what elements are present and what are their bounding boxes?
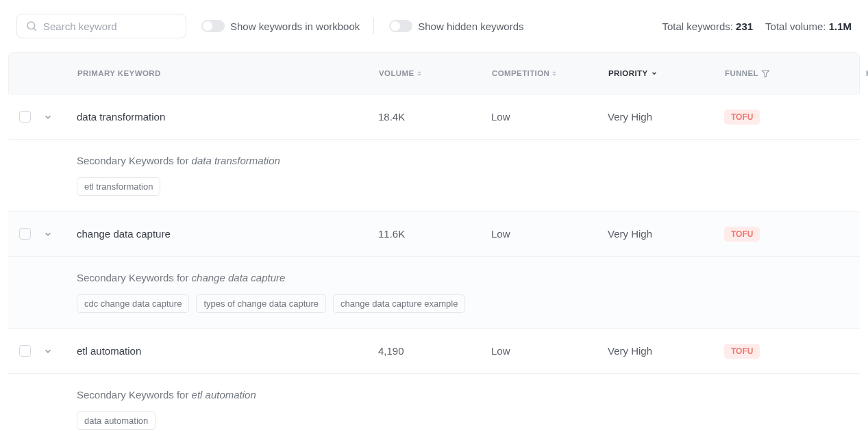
keyword-chip[interactable]: change data capture example [333, 294, 465, 313]
secondary-keywords: Secondary Keywords for data transformati… [8, 140, 860, 212]
column-funnel[interactable]: FUNNEL [725, 69, 845, 78]
total-volume-value: 1.1M [829, 21, 852, 32]
funnel-badge: TOFU [724, 227, 760, 242]
column-priority[interactable]: PRIORITY [608, 69, 725, 77]
competition-cell: Low [491, 228, 608, 240]
sort-icon [417, 71, 421, 76]
total-keywords-label: Total keywords: [662, 21, 733, 32]
hide-button[interactable] [844, 345, 868, 357]
sort-desc-icon [651, 70, 658, 77]
column-competition[interactable]: COMPETITION [492, 69, 608, 77]
secondary-title: Secondary Keywords for data transformati… [77, 155, 860, 166]
secondary-title: Secondary Keywords for etl automation [77, 389, 860, 401]
table-header: PRIMARY KEYWORD VOLUME COMPETITION PRIOR… [8, 52, 860, 94]
hide-button[interactable] [844, 111, 868, 123]
keyword-chip[interactable]: types of change data capture [196, 294, 326, 313]
row-checkbox[interactable] [19, 228, 31, 240]
keyword-chip[interactable]: data automation [77, 411, 156, 430]
total-keywords-value: 231 [736, 21, 753, 32]
keyword-cell: etl automation [77, 345, 378, 357]
expand-icon[interactable] [42, 112, 53, 123]
hidden-toggle-label: Show hidden keywords [418, 21, 523, 32]
volume-cell: 18.4K [378, 111, 491, 123]
priority-cell: Very High [608, 228, 724, 240]
divider [373, 18, 374, 34]
column-primary[interactable]: PRIMARY KEYWORD [77, 69, 379, 77]
svg-marker-2 [762, 71, 769, 77]
priority-cell: Very High [608, 345, 724, 357]
search-input-wrap[interactable] [16, 14, 186, 38]
keyword-chip[interactable]: etl transformation [77, 177, 160, 196]
column-volume[interactable]: VOLUME [379, 69, 492, 77]
total-volume-label: Total volume: [765, 21, 826, 32]
row-checkbox[interactable] [19, 345, 31, 357]
keyword-chip[interactable]: cdc change data capture [77, 294, 189, 313]
stats: Total keywords: 231 Total volume: 1.1M [662, 21, 852, 32]
workbook-toggle-label: Show keywords in workbook [230, 21, 360, 32]
funnel-badge: TOFU [724, 344, 760, 359]
table-row: data transformation18.4KLowVery HighTOFU [8, 94, 860, 140]
hidden-toggle[interactable] [389, 20, 412, 32]
expand-icon[interactable] [42, 346, 53, 357]
competition-cell: Low [491, 345, 608, 357]
funnel-badge: TOFU [724, 110, 760, 125]
keyword-cell: data transformation [77, 111, 378, 123]
toolbar: Show keywords in workbook Show hidden ke… [8, 14, 860, 52]
table-row: change data capture11.6KLowVery HighTOFU [8, 212, 860, 257]
volume-cell: 11.6K [378, 228, 491, 240]
expand-icon[interactable] [42, 229, 53, 240]
column-hide: HIDE [845, 69, 868, 77]
keyword-cell: change data capture [77, 228, 378, 240]
svg-line-1 [34, 28, 36, 30]
volume-cell: 4,190 [378, 345, 491, 357]
svg-point-0 [27, 22, 35, 29]
search-icon [25, 20, 38, 32]
row-checkbox[interactable] [19, 111, 31, 123]
table-row: etl automation4,190LowVery HighTOFU [8, 329, 860, 374]
secondary-title: Secondary Keywords for change data captu… [77, 272, 860, 283]
secondary-keywords: Secondary Keywords for etl automationdat… [8, 374, 860, 432]
filter-icon [761, 69, 770, 78]
secondary-keywords: Secondary Keywords for change data captu… [8, 257, 860, 329]
sort-icon [552, 71, 556, 76]
competition-cell: Low [491, 111, 608, 123]
workbook-toggle[interactable] [201, 20, 225, 32]
priority-cell: Very High [608, 111, 724, 123]
hide-button[interactable] [844, 228, 868, 240]
search-input[interactable] [43, 21, 177, 32]
